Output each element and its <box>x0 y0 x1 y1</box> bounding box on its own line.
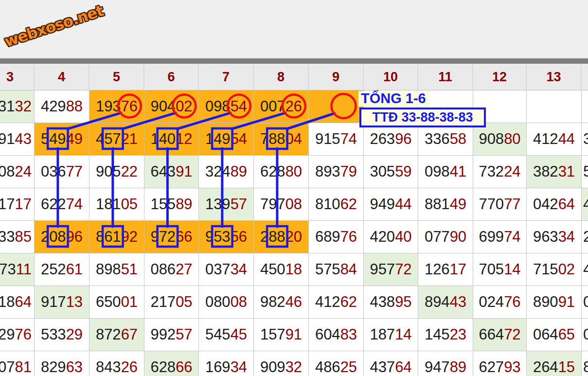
number-black-digits: 064 <box>533 326 558 343</box>
number-black-digits: 650 <box>96 293 121 311</box>
number-red-digits: 14 <box>395 326 411 343</box>
number-red-digits: 90 <box>450 228 466 246</box>
number-black-digits: 545 <box>205 326 231 343</box>
number-black-digits: 3 <box>583 130 588 148</box>
number-black-digits: 604 <box>315 326 340 343</box>
number-cell: 89443 <box>418 286 473 319</box>
number-black-digits: 898 <box>96 261 121 278</box>
number-red-digits: 62 <box>340 293 357 311</box>
number-cell: 02476 <box>473 286 527 319</box>
number-cell: 73224 <box>473 156 527 188</box>
number-cell: 5 <box>582 156 588 188</box>
column-header-cell: 7 <box>199 64 254 90</box>
number-red-digits: 34 <box>558 228 575 246</box>
number-black-digits: 412 <box>315 293 340 311</box>
number-black-digits: 429 <box>41 98 66 115</box>
number-cell: 06465 <box>527 319 582 351</box>
number-red-digits: 32 <box>285 358 302 376</box>
number-cell: 97266 <box>144 221 199 253</box>
column-header-cell: 6 <box>144 64 199 90</box>
number-red-digits: 01 <box>121 293 138 311</box>
number-cell: 14012 <box>144 123 199 156</box>
number-cell: 26396 <box>364 123 418 156</box>
number-cell: 70514 <box>473 253 527 286</box>
number-cell: 69974 <box>473 221 527 253</box>
number-cell: 88149 <box>418 188 473 221</box>
number-red-digits: 76 <box>15 326 32 343</box>
number-red-digits: 88 <box>66 98 83 115</box>
number-cell: 84326 <box>89 351 144 376</box>
webxoso-lottery-results-page: webxoso.net 3456789101112133132429881937… <box>0 0 588 376</box>
number-cell: 62793 <box>473 351 527 376</box>
number-red-digits: 74 <box>340 130 357 148</box>
number-black-digits: 575 <box>315 261 340 278</box>
number-black-digits: 263 <box>370 130 395 148</box>
number-black-digits: 628 <box>150 358 176 376</box>
number-black-digits: 664 <box>479 326 504 343</box>
number-red-digits: 91 <box>176 163 192 180</box>
number-black-digits: 420 <box>370 228 395 246</box>
number-red-digits: 67 <box>121 326 138 343</box>
number-cell: 32489 <box>199 156 254 188</box>
number-cell: 41262 <box>309 286 364 319</box>
number-cell: 95356 <box>199 221 254 253</box>
number-black-digits: 33 <box>0 228 15 246</box>
number-red-digits: 12 <box>176 130 192 148</box>
number-red-digits: 51 <box>121 261 138 278</box>
number-red-digits: 17 <box>15 196 32 213</box>
number-red-digits: 54 <box>231 130 247 148</box>
number-black-digits: 905 <box>96 163 121 180</box>
number-red-digits: 46 <box>285 293 302 311</box>
number-cell: 07790 <box>418 221 473 253</box>
number-red-digits: 17 <box>450 261 466 278</box>
number-black-digits: 2 <box>583 228 588 246</box>
number-red-digits: 64 <box>395 358 411 376</box>
number-black-digits: 486 <box>315 358 340 376</box>
number-black-digits: 8 <box>583 358 588 376</box>
number-cell: 81062 <box>309 188 364 221</box>
number-black-digits: 036 <box>41 163 66 180</box>
number-black-digits: 181 <box>96 196 121 213</box>
number-red-digits: 92 <box>121 228 138 246</box>
number-red-digits: 91 <box>558 293 575 311</box>
number-red-digits: 24 <box>15 163 32 180</box>
column-header-cell: 10 <box>364 64 418 90</box>
number-cell: 86192 <box>89 221 144 253</box>
number-black-digits: 949 <box>370 196 395 213</box>
number-black-digits: 264 <box>533 358 558 376</box>
number-red-digits: 18 <box>285 261 302 278</box>
number-red-digits: 43 <box>15 130 32 148</box>
number-cell <box>309 90 364 123</box>
table-top-bar <box>0 58 588 64</box>
number-black-digits: 098 <box>425 163 450 180</box>
number-cell: 48625 <box>309 351 364 376</box>
number-cell: 12617 <box>418 253 473 286</box>
number-cell: 38231 <box>527 156 582 188</box>
number-red-digits: 80 <box>285 163 302 180</box>
number-black-digits: 145 <box>425 326 450 343</box>
number-cell: 15589 <box>144 188 199 221</box>
number-cell: 90522 <box>89 156 144 188</box>
number-black-digits: 628 <box>260 163 285 180</box>
column-header-cell: 13 <box>527 64 582 90</box>
number-black-digits: 947 <box>425 358 450 376</box>
number-black-digits: 890 <box>533 293 558 311</box>
number-black-digits: 098 <box>205 98 231 115</box>
ttd-annotation-box: TTĐ 33-88-38-83 <box>359 107 486 127</box>
number-black-digits: 881 <box>425 196 450 213</box>
number-cell: 89851 <box>89 253 144 286</box>
number-cell: 89379 <box>309 156 364 188</box>
number-black-digits: 982 <box>260 293 285 311</box>
number-red-digits: 20 <box>285 228 302 246</box>
number-red-digits: 22 <box>121 163 138 180</box>
number-black-digits: 972 <box>150 228 176 246</box>
number-cell: 33658 <box>418 123 473 156</box>
number-black-digits: 829 <box>41 358 66 376</box>
number-cell: 14954 <box>199 123 254 156</box>
number-black-digits: 953 <box>205 228 231 246</box>
number-cell: 0824 <box>0 156 35 188</box>
number-cell: 62274 <box>35 188 89 221</box>
number-cell: 79708 <box>254 188 309 221</box>
number-black-digits: 324 <box>205 163 231 180</box>
number-red-digits: 54 <box>231 98 247 115</box>
